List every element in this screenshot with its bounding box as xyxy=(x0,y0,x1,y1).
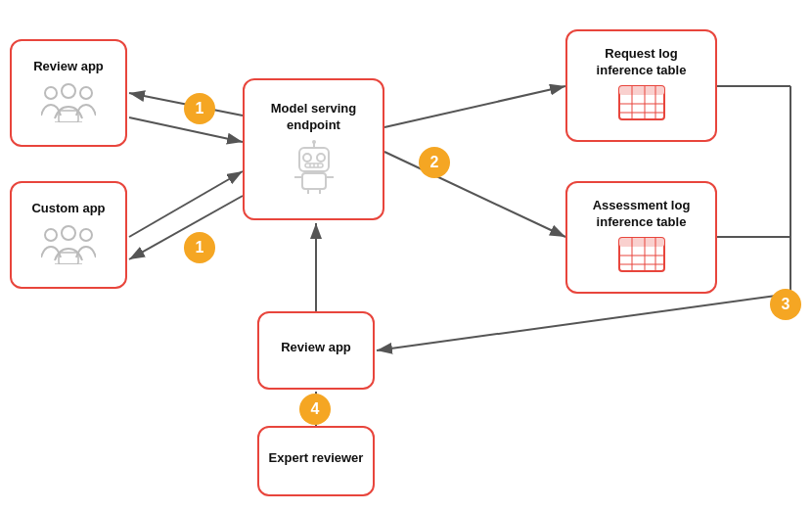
assessment-log-icon xyxy=(617,236,666,277)
badge-1-bottom: 1 xyxy=(184,232,215,263)
review-app-top-box: Review app xyxy=(10,39,127,147)
review-app-bottom-label: Review app xyxy=(281,340,351,356)
svg-rect-33 xyxy=(302,173,326,189)
assessment-log-box: Assessment log inference table xyxy=(565,181,717,294)
svg-point-26 xyxy=(317,154,325,162)
svg-point-14 xyxy=(45,87,57,99)
request-log-label: Request log inference table xyxy=(575,46,707,79)
svg-line-6 xyxy=(384,86,565,127)
diagram-container: Review app Custom app xyxy=(0,0,812,512)
model-serving-box: Model serving endpoint xyxy=(243,78,384,220)
svg-rect-22 xyxy=(59,253,78,264)
request-log-icon xyxy=(617,84,666,125)
model-serving-label: Model serving endpoint xyxy=(252,101,375,134)
svg-rect-39 xyxy=(619,86,664,95)
expert-reviewer-label: Expert reviewer xyxy=(269,450,364,467)
badge-3: 3 xyxy=(770,289,801,320)
request-log-box: Request log inference table xyxy=(565,29,717,142)
badge-4: 4 xyxy=(299,394,331,425)
expert-reviewer-box: Expert reviewer xyxy=(257,426,375,496)
svg-line-11 xyxy=(377,294,790,350)
review-app-top-icon xyxy=(41,81,96,127)
custom-app-box: Custom app xyxy=(10,181,127,289)
badge-2: 2 xyxy=(419,147,450,178)
svg-line-7 xyxy=(384,152,565,237)
assessment-log-label: Assessment log inference table xyxy=(575,198,707,231)
custom-app-icon xyxy=(41,223,96,269)
svg-rect-17 xyxy=(59,111,78,122)
svg-point-20 xyxy=(62,226,75,240)
svg-point-25 xyxy=(303,154,311,162)
badge-1-top: 1 xyxy=(184,93,215,124)
svg-point-28 xyxy=(312,140,316,144)
svg-point-19 xyxy=(45,229,57,241)
svg-point-16 xyxy=(80,87,92,99)
custom-app-label: Custom app xyxy=(31,201,105,217)
svg-line-5 xyxy=(129,117,243,142)
model-serving-icon xyxy=(285,140,343,198)
review-app-top-label: Review app xyxy=(33,59,104,75)
svg-point-21 xyxy=(80,229,92,241)
svg-point-15 xyxy=(62,84,75,98)
svg-line-3 xyxy=(129,171,243,237)
svg-rect-46 xyxy=(619,238,664,247)
review-app-bottom-box: Review app xyxy=(257,311,375,390)
